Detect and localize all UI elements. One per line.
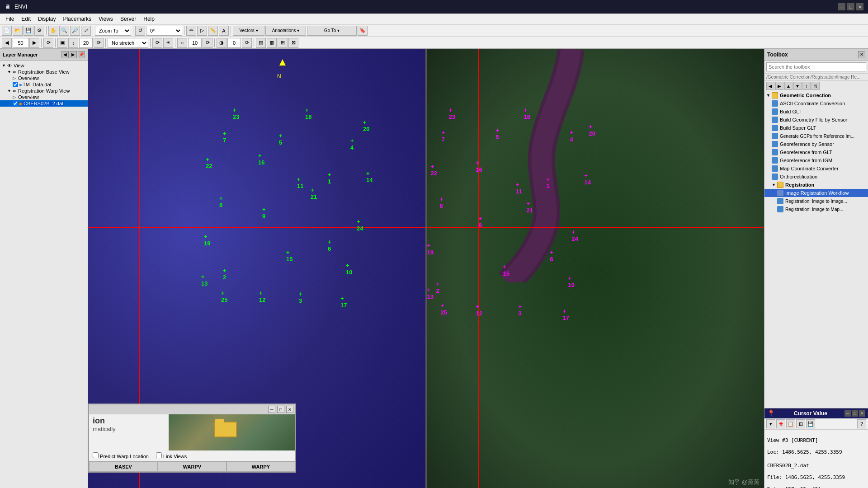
panel-pin-btn[interactable]: 📌 (78, 51, 85, 58)
opacity-ctrl[interactable]: ◑ (217, 38, 226, 48)
toolbox-georeference-igm[interactable]: Georeference from IGM (764, 156, 868, 164)
select-btn[interactable]: ▷ (197, 26, 207, 36)
maximize-button[interactable]: □ (847, 3, 854, 10)
toolbox-sort2-btn[interactable]: ⇅ (811, 82, 820, 90)
tab-warpv[interactable]: WARPV (158, 461, 226, 472)
tab-warpy[interactable]: WARPY (226, 461, 295, 472)
right-map-view[interactable]: +23 +18 +20 +7 +5 +4 +22 +16 +11 +1 +14 … (427, 49, 764, 488)
tree-item-base-view[interactable]: ▼ ✏ Registration Base View (0, 69, 88, 75)
close-button[interactable]: ✕ (856, 3, 863, 10)
cbers-checkbox[interactable] (13, 101, 18, 106)
layer-btns[interactable]: ▤ (256, 38, 266, 48)
cursor-dropdown-btn[interactable]: ▾ (766, 419, 775, 428)
goto-btn[interactable]: Go To ▾ (307, 26, 357, 36)
toolbox-down-btn[interactable]: ▼ (793, 82, 802, 90)
panel-collapse-btn[interactable]: ◀ (61, 51, 69, 58)
pan-btn[interactable]: ✋ (48, 26, 58, 36)
menu-file[interactable]: File (2, 15, 18, 23)
annotation-btn[interactable]: Annotations ▾ (265, 26, 306, 36)
stretch-dropdown[interactable]: No stretch (108, 38, 148, 48)
toolbox-build-super-glt[interactable]: Build Super GLT (764, 124, 868, 132)
sync-btn[interactable]: ⟳ (43, 38, 53, 48)
popup-restore-btn[interactable]: □ (277, 406, 284, 413)
new-btn[interactable]: 📄 (2, 26, 12, 36)
layer-btn2[interactable]: ▦ (267, 38, 277, 48)
toolbox-reg-image-map[interactable]: Registration: Image to Map... (764, 205, 868, 213)
cursor-minimize-btn[interactable]: ─ (844, 410, 851, 417)
menu-edit[interactable]: Edit (18, 15, 34, 23)
toolbox-georeference-glt[interactable]: Georeference from GLT (764, 148, 868, 156)
zoom-dropdown[interactable]: Zoom To (95, 26, 131, 36)
annotate-btn[interactable]: A (219, 26, 229, 36)
tool2[interactable]: ↕ (68, 38, 78, 48)
step-btn[interactable]: ▶ (29, 38, 39, 48)
link-views-checkbox[interactable] (156, 452, 162, 458)
reset-btn[interactable]: ◀ (2, 38, 12, 48)
tree-item-overview1[interactable]: ▷ Overview (0, 75, 88, 81)
zoom-full-btn[interactable]: ⤢ (81, 26, 91, 36)
menu-help[interactable]: Help (140, 15, 158, 23)
toolbox-collapse-btn[interactable]: ✕ (858, 51, 865, 58)
layer-btn4[interactable]: ⊠ (288, 38, 298, 48)
cursor-help-btn[interactable]: ? (857, 419, 866, 428)
angle-dropdown[interactable]: 0° (146, 26, 182, 36)
cursor-close-btn[interactable]: ✕ (859, 410, 865, 417)
toolbox-ortho[interactable]: Orthorectification (764, 173, 868, 181)
toolbox-image-reg-workflow[interactable]: Image Registration Workflow (764, 189, 868, 197)
toolbox-back-btn[interactable]: ◀ (766, 82, 774, 90)
open-btn[interactable]: 📂 (13, 26, 23, 36)
toolbox-map-coord[interactable]: Map Coordinate Converter (764, 164, 868, 173)
panel-expand-btn[interactable]: ▶ (70, 51, 77, 58)
toolbox-registration-folder[interactable]: ▼ Registration (764, 181, 868, 189)
predict-warp-checkbox[interactable] (93, 452, 99, 458)
toolbox-up-btn[interactable]: ▲ (784, 82, 793, 90)
tree-item-cbers[interactable]: ■ CBERS02B_2.dat (0, 100, 88, 107)
opacity-refresh[interactable]: ⟳ (242, 38, 252, 48)
tree-item-overview2[interactable]: ▷ Overview (0, 94, 88, 100)
tmdata-checkbox[interactable] (13, 82, 18, 87)
cursor-table-btn[interactable]: ⊞ (796, 419, 805, 428)
menu-server[interactable]: Server (117, 15, 140, 23)
zoom-out-btn[interactable]: 🔎 (70, 26, 80, 36)
cursor-export-btn[interactable]: 💾 (806, 419, 815, 428)
bookmark-btn[interactable]: 🔖 (358, 26, 368, 36)
rotation-input[interactable] (79, 38, 93, 48)
toolbox-fwd-btn[interactable]: ▶ (775, 82, 783, 90)
tree-item-warp-view[interactable]: ▼ ✏ Registration Warp View (0, 88, 88, 94)
minimize-button[interactable]: ─ (838, 3, 845, 10)
opacity-input[interactable] (227, 38, 241, 48)
tree-item-view[interactable]: ▼ 👁 View (0, 62, 88, 69)
brightness-refresh[interactable]: ⟳ (203, 38, 212, 48)
settings-btn[interactable]: ⚙ (34, 26, 44, 36)
draw-btn[interactable]: ✏ (186, 26, 196, 36)
toolbox-sort-btn[interactable]: ↕ (802, 82, 811, 90)
toolbox-generate-gcps[interactable]: Generate GCPs from Reference Im... (764, 132, 868, 140)
toolbox-build-glt[interactable]: Build GLT (764, 108, 868, 116)
zoom-in-btn[interactable]: 🔍 (59, 26, 69, 36)
toolbox-build-geometry[interactable]: Build Geometry File by Sensor (764, 116, 868, 124)
toolbox-ascii[interactable]: ASCII Coordinate Conversion (764, 99, 868, 108)
menu-placemarks[interactable]: Placemarks (59, 15, 95, 23)
vector-btn[interactable]: Vectors ▾ (233, 26, 264, 36)
refresh-btn[interactable]: ⟳ (94, 38, 104, 48)
toolbox-search-input[interactable] (766, 62, 866, 71)
brightness-input[interactable] (188, 38, 202, 48)
save-btn[interactable]: 💾 (24, 26, 33, 36)
toolbox-geometric-correction[interactable]: ▼ Geometric Correction (764, 91, 868, 99)
stretch2-btn[interactable]: ☀ (163, 38, 173, 48)
menu-views[interactable]: Views (95, 15, 117, 23)
cursor-copy-btn[interactable]: 📋 (786, 419, 795, 428)
popup-minimize-btn[interactable]: ─ (268, 406, 275, 413)
popup-close-btn[interactable]: ✕ (286, 406, 293, 413)
circle-btn[interactable]: ○ (177, 38, 187, 48)
toolbox-georeference-sensor[interactable]: Georeference by Sensor (764, 140, 868, 148)
cursor-restore-btn[interactable]: □ (852, 410, 858, 417)
tab-basev[interactable]: BASEV (89, 461, 158, 472)
tree-item-tmdata[interactable]: ■ TM_Data.dat (0, 81, 88, 88)
value-input[interactable] (13, 38, 28, 48)
tool1[interactable]: ▣ (57, 38, 67, 48)
cursor-crosshair-btn[interactable]: ✚ (776, 419, 785, 428)
layer-btn3[interactable]: ⊞ (278, 38, 288, 48)
menu-display[interactable]: Display (34, 15, 59, 23)
rotate-btn[interactable]: ↺ (135, 26, 145, 36)
